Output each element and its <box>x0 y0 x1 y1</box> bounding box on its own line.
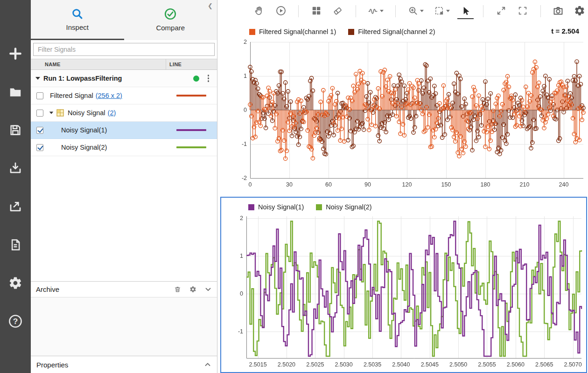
signal-dims-link[interactable]: (256 x 2) <box>96 92 122 99</box>
signal-checkbox[interactable] <box>36 144 43 151</box>
plot-settings-button[interactable] <box>572 3 588 19</box>
legend-label: Noisy Signal(2) <box>326 203 371 211</box>
help-icon: ? <box>8 314 23 329</box>
trash-icon[interactable] <box>174 285 182 293</box>
legend-item[interactable]: Noisy Signal(2) <box>316 203 371 211</box>
signal-label: Noisy Signal(1) <box>61 126 107 134</box>
table-row-noisy-signal-group[interactable]: Noisy Signal (2) <box>31 104 217 122</box>
legend-label: Filtered Signal(channel 1) <box>259 28 336 35</box>
subplot-stack: Filtered Signal(channel 1) Filtered Sign… <box>217 22 588 373</box>
replay-button[interactable] <box>273 3 289 19</box>
plus-icon <box>8 47 22 61</box>
filter-row <box>31 40 217 59</box>
toolbar-divider <box>356 5 356 17</box>
add-button[interactable] <box>7 45 24 62</box>
chevron-down-icon <box>420 10 424 12</box>
chevron-up-icon[interactable] <box>204 361 211 368</box>
chevron-down-icon <box>446 10 450 12</box>
play-circle-icon <box>275 5 287 16</box>
preferences-button[interactable] <box>7 274 24 292</box>
legend-swatch <box>316 204 322 210</box>
save-icon <box>8 123 22 137</box>
signal-checkbox[interactable] <box>36 127 43 134</box>
fullscreen-button[interactable] <box>515 3 531 19</box>
chevron-down-icon <box>380 10 384 12</box>
cursor-arrow-icon <box>460 6 471 16</box>
zoom-magnifier-icon <box>408 6 419 16</box>
save-button[interactable] <box>7 121 24 139</box>
signal-label: Noisy Signal <box>68 109 105 117</box>
legend-label: Filtered Signal(channel 2) <box>358 28 435 35</box>
folder-icon <box>8 85 22 99</box>
run-status-dot <box>193 76 199 82</box>
collapse-panel-button[interactable]: ❮ <box>208 2 213 9</box>
app-toolstrip: ? <box>0 0 31 373</box>
report-button[interactable] <box>7 236 24 254</box>
eraser-icon <box>332 6 343 16</box>
signal-label: Filtered Signal <box>50 92 93 99</box>
table-row-noisy-signal-1[interactable]: Noisy Signal(1) <box>31 122 217 139</box>
tab-inspect[interactable]: Inspect <box>31 0 124 40</box>
hand-icon <box>254 6 265 16</box>
subplot-filtered-signal[interactable]: Filtered Signal(channel 1) Filtered Sign… <box>220 22 587 197</box>
subplot-noisy-signal[interactable]: Noisy Signal(1) Noisy Signal(2) <box>220 197 587 373</box>
signal-plot-canvas[interactable] <box>221 198 586 372</box>
legend-swatch <box>348 29 354 35</box>
fullscreen-corners-icon <box>518 6 528 16</box>
check-circle-icon <box>164 7 177 21</box>
archive-settings-gear-icon[interactable] <box>189 286 196 293</box>
signal-checkbox[interactable] <box>36 110 43 117</box>
fit-view-button[interactable] <box>493 3 509 19</box>
region-select-menu-button[interactable] <box>431 3 452 19</box>
chevron-down-icon[interactable] <box>204 286 212 293</box>
table-empty-area <box>31 156 217 281</box>
archive-section-bar[interactable]: Archive <box>31 281 217 297</box>
legend-swatch <box>249 29 255 35</box>
open-button[interactable] <box>7 83 24 101</box>
filter-signals-input[interactable] <box>33 43 215 56</box>
marquee-select-icon <box>434 6 445 16</box>
layout-grid-button[interactable] <box>308 3 324 19</box>
expand-caret-icon[interactable] <box>49 111 54 114</box>
signal-plot-canvas[interactable] <box>220 22 587 197</box>
properties-section-bar[interactable]: Properties <box>31 356 217 373</box>
signal-label: Noisy Signal(2) <box>61 144 107 151</box>
run-options-kebab-icon[interactable] <box>206 73 211 83</box>
legend-item[interactable]: Noisy Signal(1) <box>248 203 304 211</box>
pan-tool-button[interactable] <box>251 3 267 19</box>
expand-diagonal-icon <box>496 6 506 16</box>
zoom-menu-button[interactable] <box>405 3 426 19</box>
tab-compare-label: Compare <box>156 24 185 32</box>
legend-item[interactable]: Filtered Signal(channel 2) <box>348 28 435 35</box>
clear-plots-button[interactable] <box>329 3 346 19</box>
export-button[interactable] <box>7 198 24 215</box>
signal-checkbox[interactable] <box>36 92 43 99</box>
line-style-sample[interactable] <box>176 129 206 131</box>
gear-icon <box>8 276 22 290</box>
document-icon <box>8 238 22 252</box>
grid-icon <box>311 6 322 16</box>
archive-label: Archive <box>36 285 59 293</box>
matrix-signal-icon <box>56 109 64 117</box>
archive-empty-area <box>31 297 217 356</box>
legend-item[interactable]: Filtered Signal(channel 1) <box>249 28 336 35</box>
line-style-sample[interactable] <box>176 146 206 148</box>
import-icon <box>8 161 22 175</box>
snapshot-button[interactable] <box>550 3 567 19</box>
line-style-sample[interactable] <box>176 95 206 97</box>
cursor-tool-button[interactable] <box>457 3 474 19</box>
run-expand-caret-icon[interactable] <box>35 77 40 80</box>
table-row-filtered-signal[interactable]: Filtered Signal (256 x 2) <box>31 87 217 104</box>
tab-compare[interactable]: Compare <box>124 0 217 40</box>
table-row-noisy-signal-2[interactable]: Noisy Signal(2) <box>31 139 217 156</box>
column-line: LINE <box>166 59 217 69</box>
properties-label: Properties <box>36 361 68 369</box>
help-button[interactable]: ? <box>7 312 24 330</box>
run-row[interactable]: Run 1: LowpassFiltering <box>31 70 217 87</box>
trigger-menu-button[interactable] <box>365 3 386 19</box>
plot-area: Filtered Signal(channel 1) Filtered Sign… <box>217 0 588 373</box>
plot-legend: Filtered Signal(channel 1) Filtered Sign… <box>249 28 435 35</box>
signal-dims-link[interactable]: (2) <box>108 109 116 117</box>
import-button[interactable] <box>7 159 24 177</box>
mode-tabs: Inspect Compare ❮ <box>31 0 217 40</box>
